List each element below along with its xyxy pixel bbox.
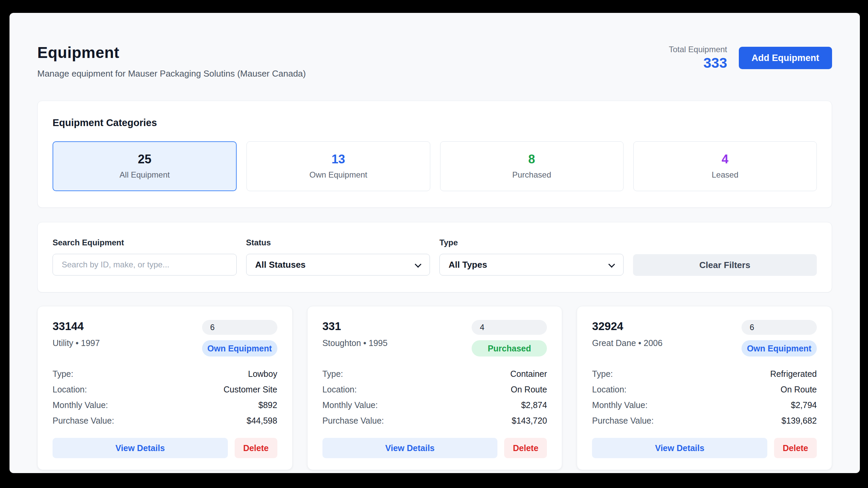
total-equipment-value: 333 [669,55,727,71]
status-select-wrap: All Statuses [246,254,430,276]
detail-label: Monthly Value: [53,400,108,410]
search-input[interactable] [53,254,237,276]
detail-label: Type: [322,369,343,379]
add-equipment-button[interactable]: Add Equipment [739,47,832,69]
detail-label: Monthly Value: [322,400,378,410]
status-label: Status [246,238,430,247]
detail-row-type: Type: Container [322,369,547,379]
category-label: Own Equipment [309,170,367,180]
detail-label: Purchase Value: [53,415,114,426]
equipment-card-header: 331 Stoughton • 1995 4 Purchased [322,320,547,357]
category-cards-row: 25 All Equipment 13 Own Equipment 8 Purc… [53,141,817,191]
detail-row-location: Location: On Route [592,384,817,394]
view-details-button[interactable]: View Details [592,438,767,458]
detail-row-purchase-value: Purchase Value: $139,682 [592,415,817,426]
page-title: Equipment [37,43,306,62]
category-label: Purchased [512,170,551,180]
detail-value: $2,874 [521,400,547,410]
count-badge: 4 [472,320,547,335]
detail-row-purchase-value: Purchase Value: $143,720 [322,415,547,426]
detail-value: On Route [781,384,817,394]
category-count: 25 [138,153,152,165]
detail-value: Refrigerated [770,369,817,379]
status-badge: Own Equipment [202,340,277,357]
equipment-page: Equipment Manage equipment for Mauser Pa… [9,13,860,473]
equipment-card-actions: View Details Delete [592,438,817,458]
equipment-card-header: 33144 Utility • 1997 6 Own Equipment [53,320,277,357]
detail-row-monthly-value: Monthly Value: $892 [53,400,277,410]
equipment-detail-rows: Type: Container Location: On Route Month… [322,369,547,426]
equipment-badges: 4 Purchased [472,320,547,357]
count-badge: 6 [202,320,277,335]
status-badge: Own Equipment [742,340,817,357]
detail-value: Lowboy [248,369,277,379]
detail-label: Type: [53,369,73,379]
clear-filters-column: Clear Filters [633,238,817,276]
detail-row-monthly-value: Monthly Value: $2,794 [592,400,817,410]
detail-row-location: Location: On Route [322,384,547,394]
detail-value: $2,794 [791,400,817,410]
equipment-categories-panel: Equipment Categories 25 All Equipment 13… [37,101,832,208]
equipment-subtitle: Stoughton • 1995 [322,338,388,348]
detail-value: $44,598 [246,415,277,426]
page-subtitle: Manage equipment for Mauser Packaging So… [37,68,306,79]
page-header-left: Equipment Manage equipment for Mauser Pa… [37,43,306,79]
status-select[interactable]: All Statuses [246,254,430,276]
clear-filters-button[interactable]: Clear Filters [633,254,817,276]
type-label: Type [439,238,624,247]
status-badge: Purchased [472,340,547,357]
equipment-card-title-block: 331 Stoughton • 1995 [322,320,388,357]
delete-button[interactable]: Delete [774,438,817,458]
detail-row-monthly-value: Monthly Value: $2,874 [322,400,547,410]
category-card-own-equipment[interactable]: 13 Own Equipment [246,141,430,191]
type-filter-column: Type All Types [439,238,624,276]
delete-button[interactable]: Delete [235,438,277,458]
detail-value: $139,682 [782,415,817,426]
count-badge: 6 [742,320,817,335]
category-count: 8 [528,153,535,165]
detail-label: Purchase Value: [322,415,384,426]
total-equipment-label: Total Equipment [669,45,727,54]
equipment-badges: 6 Own Equipment [742,320,817,357]
delete-button[interactable]: Delete [504,438,547,458]
page-header-right: Total Equipment 333 Add Equipment [669,45,832,71]
detail-row-type: Type: Refrigerated [592,369,817,379]
category-count: 13 [332,153,345,165]
detail-label: Monthly Value: [592,400,648,410]
category-label: Leased [712,170,738,180]
detail-value: Container [510,369,547,379]
view-details-button[interactable]: View Details [322,438,498,458]
type-select[interactable]: All Types [439,254,624,276]
search-filter-column: Search Equipment [53,238,237,276]
search-equipment-label: Search Equipment [53,238,237,247]
detail-label: Purchase Value: [592,415,654,426]
equipment-id: 32924 [592,320,663,333]
detail-value: $892 [258,400,277,410]
detail-row-purchase-value: Purchase Value: $44,598 [53,415,277,426]
equipment-badges: 6 Own Equipment [202,320,277,357]
equipment-detail-rows: Type: Refrigerated Location: On Route Mo… [592,369,817,426]
total-equipment-stat: Total Equipment 333 [669,45,727,71]
categories-heading: Equipment Categories [53,117,817,128]
category-count: 4 [722,153,728,165]
detail-label: Location: [322,384,357,394]
detail-value: $143,720 [512,415,547,426]
category-card-leased[interactable]: 4 Leased [633,141,817,191]
equipment-card: 33144 Utility • 1997 6 Own Equipment Typ… [37,306,293,470]
equipment-card-header: 32924 Great Dane • 2006 6 Own Equipment [592,320,817,357]
category-card-purchased[interactable]: 8 Purchased [440,141,624,191]
category-card-all-equipment[interactable]: 25 All Equipment [53,141,237,191]
equipment-subtitle: Great Dane • 2006 [592,338,663,348]
detail-value: On Route [511,384,547,394]
equipment-subtitle: Utility • 1997 [53,338,100,348]
equipment-card: 331 Stoughton • 1995 4 Purchased Type: C… [307,306,563,470]
detail-value: Customer Site [223,384,277,394]
equipment-card: 32924 Great Dane • 2006 6 Own Equipment … [577,306,832,470]
filters-panel: Search Equipment Status All Statuses Typ… [37,222,832,292]
detail-row-type: Type: Lowboy [53,369,277,379]
view-details-button[interactable]: View Details [53,438,228,458]
equipment-card-title-block: 33144 Utility • 1997 [53,320,100,357]
equipment-detail-rows: Type: Lowboy Location: Customer Site Mon… [53,369,277,426]
detail-row-location: Location: Customer Site [53,384,277,394]
detail-label: Location: [53,384,87,394]
